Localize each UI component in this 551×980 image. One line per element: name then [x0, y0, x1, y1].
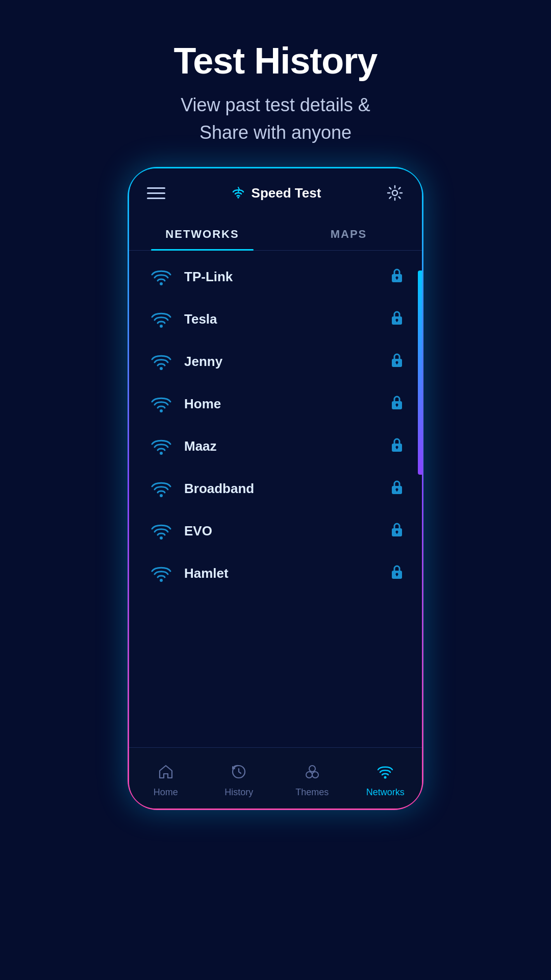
lock-icon: [390, 564, 404, 583]
network-list-item[interactable]: Home: [129, 383, 422, 425]
nav-item-themes[interactable]: Themes: [276, 758, 349, 798]
svg-point-30: [160, 579, 163, 582]
svg-rect-33: [396, 574, 397, 576]
svg-rect-21: [396, 447, 397, 449]
subtitle-line2: Share with anyone: [199, 122, 352, 143]
svg-rect-9: [396, 320, 397, 322]
app-logo-icon: [230, 185, 246, 201]
phone-mockup: Speed Test NETWORKS MAPS T: [128, 167, 423, 810]
nav-item-history[interactable]: History: [203, 758, 276, 798]
hamburger-menu-button[interactable]: [147, 187, 165, 199]
network-name-label: TP-Link: [184, 269, 390, 285]
lock-icon: [390, 479, 404, 499]
nav-label-networks: Networks: [366, 787, 405, 798]
bottom-nav: Home History: [129, 747, 422, 808]
lock-icon: [390, 394, 404, 414]
wifi-nav-icon: [376, 764, 394, 784]
wifi-signal-icon: [147, 352, 175, 372]
svg-point-1: [392, 190, 397, 195]
network-name-label: Home: [184, 396, 390, 412]
svg-point-14: [160, 409, 163, 412]
svg-rect-17: [396, 405, 397, 407]
wifi-signal-icon: [147, 479, 175, 499]
wifi-signal-icon: [147, 267, 175, 287]
svg-point-36: [306, 772, 312, 778]
svg-point-37: [312, 772, 318, 778]
history-icon: [231, 764, 247, 784]
svg-point-22: [160, 494, 163, 497]
page-header: Test History View past test details & Sh…: [0, 0, 551, 167]
svg-rect-5: [396, 278, 397, 280]
network-list-item[interactable]: EVO: [129, 510, 422, 552]
settings-button[interactable]: [386, 184, 404, 202]
svg-point-26: [160, 536, 163, 540]
nav-label-themes: Themes: [295, 787, 329, 798]
network-name-label: Maaz: [184, 438, 390, 454]
network-list-item[interactable]: Tesla: [129, 298, 422, 340]
subtitle-line1: View past test details &: [181, 94, 370, 115]
svg-point-38: [384, 776, 387, 779]
network-list-item[interactable]: TP-Link: [129, 256, 422, 298]
svg-rect-25: [396, 489, 397, 492]
network-name-label: Hamlet: [184, 566, 390, 581]
nav-label-history: History: [224, 787, 253, 798]
lock-icon: [390, 267, 404, 287]
home-icon: [158, 764, 174, 784]
wifi-signal-icon: [147, 564, 175, 583]
lock-icon: [390, 352, 404, 372]
lock-icon: [390, 436, 404, 456]
nav-item-home[interactable]: Home: [129, 758, 203, 798]
lock-icon: [390, 309, 404, 329]
top-bar: Speed Test: [129, 168, 422, 212]
tab-networks[interactable]: NETWORKS: [129, 217, 276, 250]
network-list: TP-Link Tesla: [129, 251, 422, 600]
svg-point-6: [160, 325, 163, 328]
nav-label-home: Home: [154, 787, 178, 798]
svg-rect-29: [396, 532, 397, 534]
wifi-signal-icon: [147, 522, 175, 541]
network-name-label: Broadband: [184, 481, 390, 497]
wifi-signal-icon: [147, 395, 175, 414]
app-title: Speed Test: [230, 185, 321, 201]
network-name-label: EVO: [184, 523, 390, 539]
tab-bar: NETWORKS MAPS: [129, 217, 422, 251]
network-list-item[interactable]: Broadband: [129, 468, 422, 510]
phone-inner: Speed Test NETWORKS MAPS T: [129, 168, 422, 808]
network-name-label: Tesla: [184, 311, 390, 327]
side-accent: [418, 271, 422, 475]
network-list-item[interactable]: Hamlet: [129, 552, 422, 595]
page-title: Test History: [0, 41, 551, 81]
network-name-label: Jenny: [184, 354, 390, 370]
network-list-item[interactable]: Maaz: [129, 425, 422, 468]
svg-point-10: [160, 367, 163, 370]
svg-point-0: [237, 197, 239, 199]
svg-point-18: [160, 452, 163, 455]
network-list-item[interactable]: Jenny: [129, 340, 422, 383]
svg-point-2: [160, 282, 163, 285]
nav-item-networks[interactable]: Networks: [349, 758, 422, 798]
wifi-signal-icon: [147, 310, 175, 329]
app-name-label: Speed Test: [252, 185, 321, 201]
svg-rect-13: [396, 362, 397, 364]
themes-icon: [304, 764, 320, 784]
lock-icon: [390, 521, 404, 541]
svg-point-35: [309, 766, 315, 772]
tab-maps[interactable]: MAPS: [276, 217, 422, 250]
page-subtitle: View past test details & Share with anyo…: [0, 91, 551, 146]
wifi-signal-icon: [147, 437, 175, 456]
